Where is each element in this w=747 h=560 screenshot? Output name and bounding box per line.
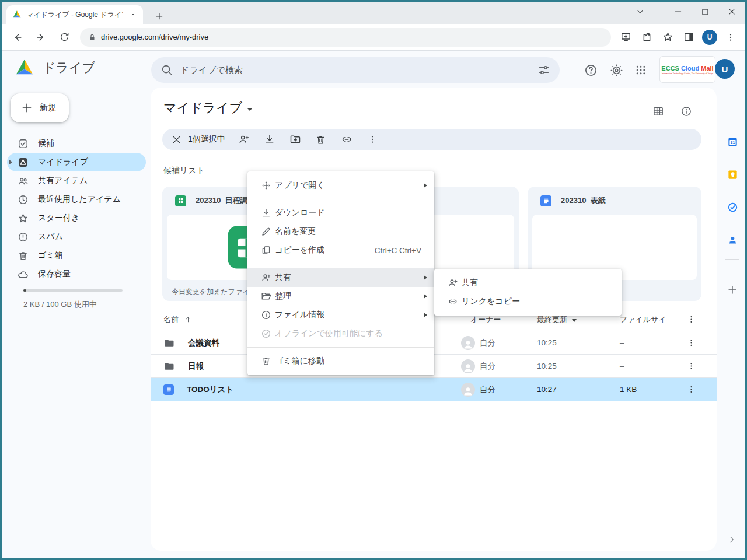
drive-logo[interactable]: ドライブ — [13, 58, 95, 78]
header-name[interactable]: 名前 — [163, 314, 192, 325]
minimize-button[interactable] — [665, 2, 692, 22]
help-icon[interactable] — [580, 59, 602, 81]
get-addons-plus-icon[interactable] — [724, 281, 741, 299]
header-size[interactable]: ファイルサイ — [620, 314, 666, 325]
clock-icon — [18, 194, 29, 205]
settings-gear-icon[interactable] — [605, 59, 627, 81]
browser-avatar[interactable]: U — [700, 27, 720, 47]
row-more-icon[interactable] — [680, 379, 701, 400]
back-icon[interactable] — [6, 26, 29, 48]
new-tab-button[interactable] — [151, 8, 167, 24]
browser-tab[interactable]: マイドライブ - Google ドライブ — [6, 5, 143, 24]
folder-icon — [163, 337, 175, 349]
eccs-cloud-mail-logo[interactable]: ECCS Cloud Mail Information Technology C… — [659, 56, 715, 83]
sidebar-nav: 候補 マイドライブ 共有アイテム 最近使用したアイテム スター付き スパ — [7, 134, 146, 284]
side-panel-rail: 31 — [719, 88, 745, 558]
address-bar[interactable]: drive.google.com/drive/my-drive — [80, 28, 611, 47]
menu-item-rename[interactable]: 名前を変更 — [247, 222, 434, 241]
sidebar-item-suggested[interactable]: 候補 — [7, 134, 146, 153]
install-icon[interactable] — [616, 27, 636, 47]
rail-divider — [725, 259, 739, 260]
desktop-frame: マイドライブ - Google ドライブ drive.google.com/dr… — [0, 0, 747, 560]
card-header: 202310_表紙 — [528, 187, 701, 215]
copy-icon — [261, 245, 271, 256]
calendar-icon[interactable]: 31 — [724, 133, 741, 150]
selection-count: 1個選択中 — [188, 134, 225, 145]
tab-close-icon[interactable] — [128, 9, 138, 20]
download-icon[interactable] — [259, 129, 280, 150]
menu-item-make-copy[interactable]: コピーを作成 Ctrl+C Ctrl+V — [247, 241, 434, 260]
menu-divider — [247, 199, 434, 200]
card-caption: 今日変更を加えたファイ — [172, 287, 250, 297]
menu-item-move-to-trash[interactable]: ゴミ箱に移動 — [247, 352, 434, 370]
menu-item-download[interactable]: ダウンロード — [247, 204, 434, 222]
more-actions-icon[interactable] — [362, 129, 383, 150]
menu-item-file-info[interactable]: ファイル情報 — [247, 306, 434, 324]
submenu-arrow-icon — [424, 183, 427, 188]
sidebar-item-shared[interactable]: 共有アイテム — [7, 172, 146, 190]
sidebar-item-recent[interactable]: 最近使用したアイテム — [7, 190, 146, 209]
info-details-icon[interactable] — [676, 101, 697, 122]
row-more-icon[interactable] — [680, 332, 701, 354]
browser-menu-icon[interactable] — [721, 27, 741, 47]
menu-item-open-with[interactable]: アプリで開く — [247, 176, 434, 195]
sheets-file-icon — [175, 195, 186, 206]
hide-side-panel-chevron-icon[interactable] — [722, 530, 741, 549]
share-person-add-icon[interactable] — [233, 129, 254, 150]
clear-selection-icon[interactable] — [166, 129, 187, 150]
close-button[interactable] — [718, 2, 745, 22]
page-title[interactable]: マイドライブ — [163, 99, 253, 117]
suggested-check-icon — [18, 138, 29, 149]
expand-arrow-icon[interactable] — [9, 160, 12, 164]
submenu-item-copy-link[interactable]: リンクをコピー — [434, 292, 622, 311]
header-more-icon[interactable] — [680, 309, 701, 330]
my-drive-icon — [18, 157, 29, 168]
sidebar-item-trash[interactable]: ゴミ箱 — [7, 246, 146, 265]
tasks-icon[interactable] — [724, 198, 741, 216]
sidebar-item-storage[interactable]: 保存容量 — [7, 265, 146, 284]
side-panel-icon[interactable] — [679, 27, 699, 47]
tab-title: マイドライブ - Google ドライブ — [26, 10, 123, 20]
grid-view-icon[interactable] — [648, 101, 669, 122]
keep-icon[interactable] — [724, 166, 741, 183]
contacts-icon[interactable] — [724, 231, 741, 249]
tab-search-chevron-icon[interactable] — [629, 2, 652, 22]
folder-icon — [163, 360, 175, 372]
forward-icon[interactable] — [30, 26, 52, 48]
search-input[interactable]: ドライブで検索 — [151, 57, 560, 83]
google-apps-grid-icon[interactable] — [630, 59, 652, 81]
header-modified[interactable]: 最終更新 — [537, 314, 577, 325]
drive-app: ドライブ ドライブで検索 ECCS Cloud Mail Information… — [2, 51, 745, 558]
reload-icon[interactable] — [53, 26, 75, 48]
bookmark-star-icon[interactable] — [658, 27, 678, 47]
maximize-button[interactable] — [692, 2, 718, 22]
menu-item-organize[interactable]: 整理 — [247, 287, 434, 306]
download-icon — [261, 208, 271, 218]
open-with-icon — [261, 180, 271, 191]
header-owner[interactable]: オーナー — [470, 314, 501, 325]
window-controls — [665, 2, 745, 22]
plus-icon — [21, 102, 33, 114]
people-icon — [18, 176, 29, 187]
submenu-arrow-icon — [424, 294, 427, 299]
eccs-logo-subtext: Information Technology Center, The Unive… — [662, 72, 713, 75]
move-to-folder-icon[interactable] — [285, 129, 306, 150]
offline-pin-icon — [261, 328, 271, 339]
search-filter-tune-icon[interactable] — [537, 64, 550, 76]
account-avatar[interactable]: U — [715, 59, 735, 79]
copy-link-icon[interactable] — [336, 129, 357, 150]
trash-icon[interactable] — [310, 129, 331, 150]
organize-folder-icon — [261, 291, 271, 302]
share-icon[interactable] — [637, 27, 657, 47]
sidebar-item-my-drive[interactable]: マイドライブ — [7, 153, 146, 172]
file-row-todo-list[interactable]: TODOリスト 自分 10:27 1 KB — [151, 378, 717, 401]
submenu-item-share[interactable]: 共有 — [434, 274, 622, 292]
storage-usage-bar — [23, 289, 123, 292]
drive-favicon — [12, 10, 22, 19]
search-placeholder: ドライブで検索 — [180, 65, 530, 76]
new-button[interactable]: 新規 — [11, 93, 69, 123]
row-more-icon[interactable] — [680, 356, 701, 377]
menu-item-share[interactable]: 共有 — [247, 268, 434, 287]
sidebar-item-spam[interactable]: スパム — [7, 228, 146, 246]
sidebar-item-starred[interactable]: スター付き — [7, 209, 146, 228]
